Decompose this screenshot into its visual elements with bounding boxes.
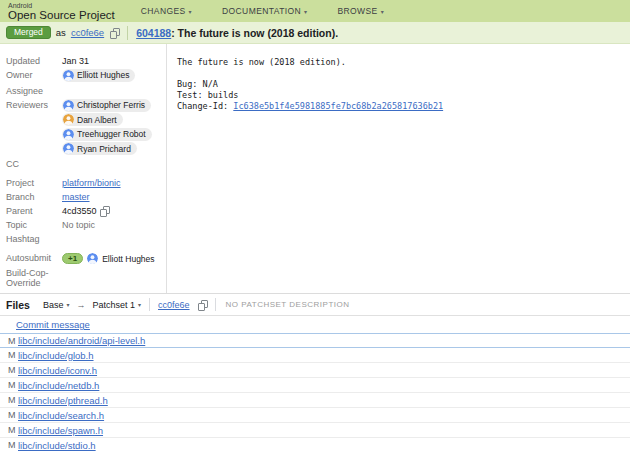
copy-icon[interactable] xyxy=(100,206,109,216)
topic-label: Topic xyxy=(6,219,62,230)
assignee-label: Assignee xyxy=(6,85,62,96)
file-row[interactable]: M libc/include/android/api-level.h xyxy=(0,333,630,348)
vote-label: Code-Review xyxy=(6,291,62,293)
file-status: M xyxy=(8,410,18,420)
base-patchset-dropdown[interactable]: Base ▾ xyxy=(43,300,70,310)
as-label: as xyxy=(56,27,66,38)
file-link[interactable]: libc/include/stdio.h xyxy=(18,440,96,451)
owner-label: Owner xyxy=(6,69,62,80)
vote-row-build-cop-override: Build-Cop-Override xyxy=(0,266,166,290)
topic-value: No topic xyxy=(62,219,95,230)
reviewer-chip[interactable]: Ryan Prichard xyxy=(62,142,137,155)
divider xyxy=(215,298,216,311)
merged-commit-link[interactable]: cc0fe6e xyxy=(71,27,104,38)
reviewer-name: Ryan Prichard xyxy=(77,144,131,154)
chevron-down-icon: ▾ xyxy=(189,8,192,15)
menu-changes[interactable]: CHANGES ▾ xyxy=(141,6,192,16)
branch-label: Branch xyxy=(6,191,62,202)
reviewer-chip[interactable]: Christopher Ferris xyxy=(62,99,151,112)
patchset-sha-link[interactable]: cc0fe6e xyxy=(158,300,190,310)
commit-message-panel: The future is now (2018 edition). Bug: N… xyxy=(167,44,630,293)
file-status: M xyxy=(8,395,18,405)
meta-row-hashtag: Hashtag xyxy=(0,232,166,246)
file-status: M xyxy=(8,350,18,360)
change-title: 604188: The future is now (2018 edition)… xyxy=(136,27,338,39)
file-row[interactable]: M libc/include/search.h xyxy=(0,408,630,423)
file-row[interactable]: M libc/include/stdio.h xyxy=(0,438,630,452)
file-link[interactable]: libc/include/glob.h xyxy=(18,350,94,361)
reviewer-chip[interactable]: Treehugger Robot xyxy=(62,128,152,141)
file-row[interactable]: M libc/include/pthread.h xyxy=(0,393,630,408)
meta-row-reviewers: Reviewers Christopher Ferris Dan Albert … xyxy=(0,97,166,157)
changeid-link[interactable]: Ic638e5b1f4e5981885fe7bc68b2a265817636b2… xyxy=(233,101,443,111)
chevron-down-icon: ▾ xyxy=(138,301,141,308)
commit-changeid-line: Change-Id: Ic638e5b1f4e5981885fe7bc68b2a… xyxy=(177,101,630,112)
vote-label: Build-Cop-Override xyxy=(6,267,62,288)
patchset-dropdown-label: Patchset 1 xyxy=(92,300,135,310)
vote-row-autosubmit: Autosubmit +1 Elliott Hughes xyxy=(0,251,166,266)
branch-link[interactable]: master xyxy=(62,192,90,202)
menu-browse[interactable]: BROWSE ▾ xyxy=(337,6,384,16)
file-link[interactable]: libc/include/android/api-level.h xyxy=(18,335,145,346)
gerrit-change-page: Android Open Source Project CHANGES ▾ DO… xyxy=(0,0,630,452)
reviewer-name: Dan Albert xyxy=(77,115,117,125)
file-status: M xyxy=(8,380,18,390)
vote-user: Elliott Hughes xyxy=(102,254,154,264)
vote-label: Autosubmit xyxy=(6,252,62,263)
file-link[interactable]: libc/include/pthread.h xyxy=(18,395,108,406)
meta-row-updated: Updated Jan 31 xyxy=(0,53,166,67)
vote-value: +1 Elliott Hughes xyxy=(62,252,155,264)
menu-documentation-label: DOCUMENTATION xyxy=(222,6,301,16)
project-link[interactable]: platform/bionic xyxy=(62,178,121,188)
menu-documentation[interactable]: DOCUMENTATION ▾ xyxy=(222,6,307,16)
file-link[interactable]: libc/include/netdb.h xyxy=(18,380,99,391)
avatar xyxy=(63,100,74,111)
file-status: M xyxy=(8,365,18,375)
meta-row-topic: Topic No topic xyxy=(0,218,166,232)
changeid-label: Change-Id: xyxy=(177,101,233,111)
divider xyxy=(127,26,128,40)
copy-icon[interactable] xyxy=(198,300,207,310)
main-menu: CHANGES ▾ DOCUMENTATION ▾ BROWSE ▾ xyxy=(141,6,384,16)
avatar xyxy=(63,70,74,81)
avatar xyxy=(63,143,74,154)
brand-line2: Open Source Project xyxy=(8,10,115,22)
file-status: M xyxy=(8,336,18,346)
parent-sha: 4cd3550 xyxy=(62,206,97,216)
brand-line1: Android xyxy=(8,2,115,9)
meta-row-parent: Parent 4cd3550 xyxy=(0,204,166,218)
copy-icon[interactable] xyxy=(110,28,119,38)
commit-title: The future is now (2018 edition). xyxy=(177,57,630,68)
brand-logo[interactable]: Android Open Source Project xyxy=(8,1,115,22)
commit-message-link[interactable]: Commit message xyxy=(16,319,90,330)
files-title: Files xyxy=(6,299,30,311)
reviewer-list: Christopher Ferris Dan Albert Treehugger… xyxy=(62,99,152,156)
meta-row-assignee: Assignee xyxy=(0,83,166,97)
owner-chip[interactable]: Elliott Hughes xyxy=(62,69,135,82)
menu-changes-label: CHANGES xyxy=(141,6,186,16)
meta-row-owner: Owner Elliott Hughes xyxy=(0,67,166,83)
file-row[interactable]: M libc/include/netdb.h xyxy=(0,378,630,393)
file-link[interactable]: libc/include/search.h xyxy=(18,410,104,421)
reviewer-chip[interactable]: Dan Albert xyxy=(62,113,123,126)
divider xyxy=(149,298,150,311)
chevron-down-icon: ▾ xyxy=(381,8,384,15)
file-row[interactable]: M libc/include/iconv.h xyxy=(0,363,630,378)
updated-label: Updated xyxy=(6,55,62,66)
change-title-text: : The future is now (2018 edition). xyxy=(171,27,338,39)
file-row[interactable]: M libc/include/glob.h xyxy=(0,348,630,363)
hashtag-label: Hashtag xyxy=(6,233,62,244)
change-number-link[interactable]: 604188 xyxy=(136,27,171,39)
project-label: Project xyxy=(6,177,62,188)
file-link[interactable]: libc/include/iconv.h xyxy=(18,365,97,376)
meta-row-branch: Branch master xyxy=(0,190,166,204)
file-row[interactable]: M libc/include/spawn.h xyxy=(0,423,630,438)
file-link[interactable]: libc/include/spawn.h xyxy=(18,425,103,436)
avatar xyxy=(63,129,74,140)
meta-row-cc: CC xyxy=(0,157,166,171)
meta-row-project: Project platform/bionic xyxy=(0,176,166,190)
change-main-area: Updated Jan 31 Owner Elliott Hughes Assi… xyxy=(0,44,630,293)
vote-score-badge: +1 xyxy=(62,253,83,264)
commit-message-row[interactable]: Commit message xyxy=(0,316,630,333)
patchset-dropdown[interactable]: Patchset 1 ▾ xyxy=(92,300,141,310)
